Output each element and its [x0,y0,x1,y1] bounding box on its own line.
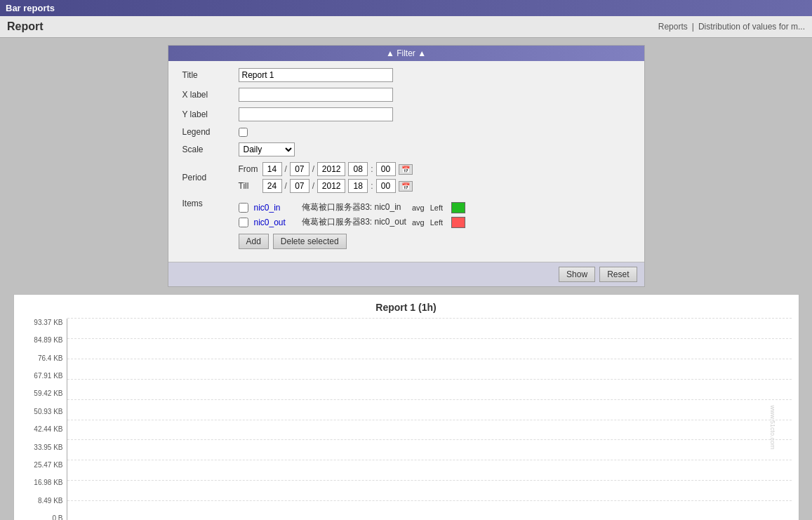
from-month[interactable] [290,162,310,176]
from-hour[interactable] [348,162,368,176]
item2-desc: 俺葛被口服务器83: nic0_out [302,216,406,228]
y-axis-label: 33.95 KB [34,444,62,451]
item2-agg: avg [412,218,425,227]
y-axis-label: 8.49 KB [38,497,63,505]
legend-label: Legend [182,127,239,137]
ylabel-input[interactable] [239,107,393,121]
title-label: Title [182,70,239,80]
y-axis-label: 67.91 KB [34,372,62,380]
item1-color[interactable] [451,202,465,213]
title-input[interactable] [239,68,393,82]
delete-selected-button[interactable]: Delete selected [273,234,347,249]
till-year[interactable] [317,179,345,193]
till-calendar-btn[interactable]: 📅 [399,181,413,192]
items-buttons: Add Delete selected [239,234,466,249]
filter-footer: Show Reset [168,262,644,286]
y-axis-label: 0 B [52,514,62,520]
item1-link[interactable]: nic0_in [254,203,296,213]
scale-select[interactable]: Daily Weekly Monthly [239,142,295,156]
legend-row: Legend [182,127,630,137]
grid-line [67,439,792,440]
from-year[interactable] [317,162,345,176]
title-bar-label: Bar reports [6,3,55,13]
grid-line [67,420,792,420]
from-min[interactable] [376,162,396,176]
xlabel-row: X label [182,88,630,102]
grid-line [67,399,792,400]
y-axis-label: 42.44 KB [34,425,62,433]
item2-axis: Left [430,218,443,227]
xlabel-label: X label [182,90,239,100]
from-day[interactable] [262,162,282,176]
items-label: Items [182,199,239,208]
chart-title: Report 1 (1h) [21,302,792,313]
items-section: nic0_in 俺葛被口服务器83: nic0_in avg Left nic0… [239,201,466,249]
period-label: Period [182,173,239,182]
xlabel-input[interactable] [239,88,393,102]
grid-line [67,500,792,501]
chart-area: 93.37 KB84.89 KB76.4 KB67.91 KB59.42 KB5… [21,319,792,520]
list-item: nic0_out 俺葛被口服务器83: nic0_out avg Left [239,216,466,228]
title-bar: Bar reports [0,0,812,16]
from-calendar-btn[interactable]: 📅 [399,164,413,175]
y-axis: 93.37 KB84.89 KB76.4 KB67.91 KB59.42 KB5… [21,319,67,520]
till-day[interactable] [262,179,282,193]
y-axis-label: 76.4 KB [38,354,63,362]
item1-checkbox[interactable] [239,203,248,213]
period-row: Period From / / : 📅 [182,162,630,193]
main-content: ▲ Filter ▲ Title X label Y label Legend … [0,38,812,520]
grid-line [67,379,792,380]
grid-line [67,318,792,319]
filter-body: Title X label Y label Legend Scale Daily… [168,61,644,262]
y-axis-label: 59.42 KB [34,389,62,397]
y-axis-label: 84.89 KB [34,336,62,344]
filter-toggle[interactable]: ▲ Filter ▲ [168,46,644,61]
till-line: Till / / : 📅 [239,179,413,193]
breadcrumb: Reports | Distribution of values for m..… [658,22,805,32]
chart-container: Report 1 (1h) 93.37 KB84.89 KB76.4 KB67.… [13,294,799,520]
reset-button[interactable]: Reset [599,267,637,282]
grid-line [67,359,792,359]
from-line: From / / : 📅 [239,162,413,176]
filter-panel: ▲ Filter ▲ Title X label Y label Legend … [168,45,645,287]
list-item: nic0_in 俺葛被口服务器83: nic0_in avg Left [239,201,466,213]
item1-axis: Left [430,204,443,212]
till-month[interactable] [290,179,310,193]
grid-line [67,480,792,481]
bars-area [67,319,792,520]
grid-line [67,338,792,339]
y-axis-label: 50.93 KB [34,408,62,415]
scale-row: Scale Daily Weekly Monthly [182,142,630,156]
breadcrumb-reports: Reports [658,22,688,32]
items-row: Items nic0_in 俺葛被口服务器83: nic0_in avg Lef… [182,199,630,249]
period-inputs: From / / : 📅 Till / [239,162,413,193]
ylabel-row: Y label [182,107,630,121]
title-row: Title [182,68,630,82]
y-axis-label: 93.37 KB [34,319,62,326]
y-axis-label: 16.98 KB [34,479,62,486]
page-header: Report Reports | Distribution of values … [0,16,812,38]
item1-agg: avg [412,204,425,212]
item2-checkbox[interactable] [239,218,248,227]
legend-checkbox[interactable] [239,128,248,137]
item2-link[interactable]: nic0_out [254,218,296,227]
till-min[interactable] [376,179,396,193]
from-label: From [239,164,260,174]
till-hour[interactable] [348,179,368,193]
till-label: Till [239,181,260,191]
scale-label: Scale [182,145,239,154]
watermark: www.51cto.com [769,405,776,449]
breadcrumb-dist: Distribution of values for m... [698,22,805,32]
item2-color[interactable] [451,217,465,228]
show-button[interactable]: Show [559,267,595,282]
y-axis-label: 25.47 KB [34,461,62,469]
add-button[interactable]: Add [239,234,269,249]
ylabel-label: Y label [182,109,239,119]
grid-line [67,460,792,460]
item1-desc: 俺葛被口服务器83: nic0_in [302,201,406,213]
page-title: Report [7,20,44,33]
breadcrumb-sep: | [692,22,694,32]
